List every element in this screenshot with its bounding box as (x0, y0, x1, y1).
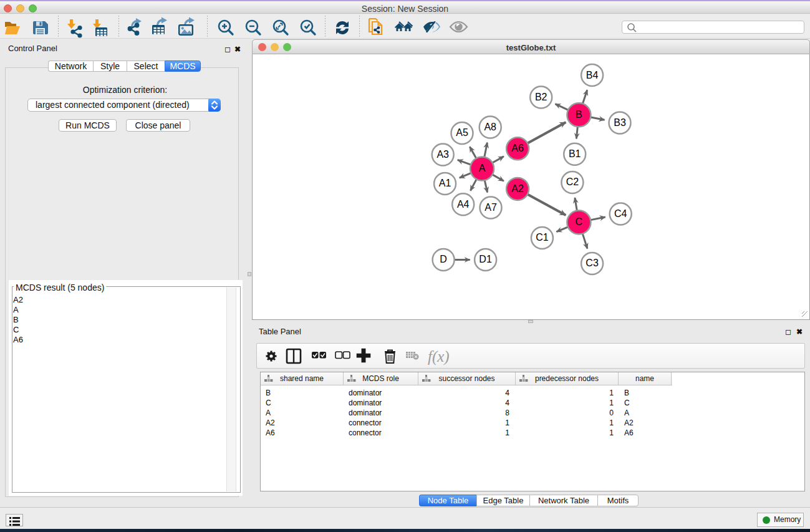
svg-text:D1: D1 (479, 254, 492, 265)
svg-text:A4: A4 (457, 199, 470, 210)
svg-text:B2: B2 (535, 92, 547, 102)
svg-text:D: D (440, 254, 447, 265)
svg-text:A1: A1 (439, 178, 451, 189)
svg-text:C4: C4 (614, 208, 627, 219)
svg-text:A8: A8 (484, 122, 496, 132)
svg-text:A6: A6 (511, 143, 524, 153)
svg-text:C1: C1 (536, 232, 549, 243)
svg-text:A: A (479, 163, 486, 173)
svg-text:C: C (576, 217, 583, 228)
svg-text:C3: C3 (586, 258, 599, 268)
svg-text:A5: A5 (456, 127, 468, 138)
svg-text:B1: B1 (569, 148, 581, 159)
svg-text:B4: B4 (586, 70, 599, 80)
svg-text:C2: C2 (566, 177, 579, 187)
svg-text:A7: A7 (485, 202, 497, 213)
svg-text:A3: A3 (436, 149, 449, 160)
svg-text:B3: B3 (614, 117, 626, 128)
svg-text:f(x): f(x) (428, 348, 450, 365)
svg-text:B: B (576, 109, 582, 120)
svg-text:A2: A2 (511, 183, 524, 194)
